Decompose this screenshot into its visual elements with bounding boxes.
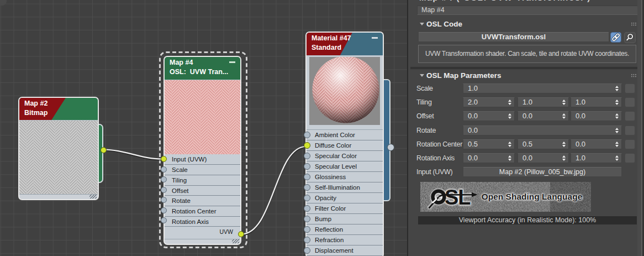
svg-text:Open Shading Language: Open Shading Language xyxy=(482,192,583,201)
svg-text:SL: SL xyxy=(445,186,471,209)
